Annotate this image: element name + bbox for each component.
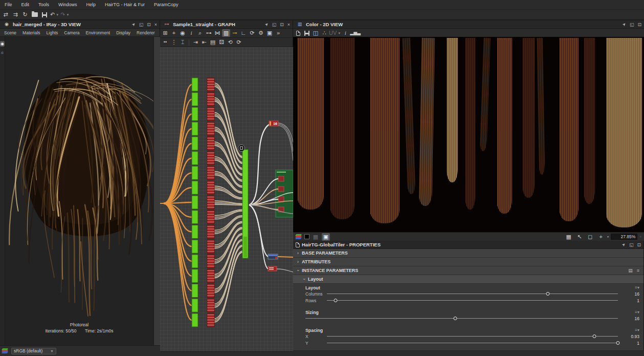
uv-select[interactable]: UV▼ bbox=[329, 29, 341, 37]
active-wire-icon[interactable]: ⊸ bbox=[231, 29, 239, 37]
pin-icon[interactable]: ➤ bbox=[621, 22, 627, 27]
menu-tools[interactable]: Tools bbox=[34, 2, 54, 7]
atlas-node-pair[interactable] bbox=[192, 313, 214, 327]
slider-knob[interactable] bbox=[454, 317, 457, 320]
dot-column-icon[interactable]: ⋮ bbox=[170, 38, 178, 46]
menu-edit[interactable]: Edit bbox=[17, 2, 34, 7]
link-resources-icon[interactable]: ⇉ bbox=[11, 11, 19, 18]
slider-value[interactable]: 0.93 bbox=[624, 334, 639, 339]
canvas-2d[interactable] bbox=[293, 37, 644, 232]
float-icon[interactable]: ◱ bbox=[272, 22, 277, 27]
thumbnail-icon[interactable]: ▣ bbox=[265, 29, 274, 37]
colorspace-select[interactable]: sRGB (default) ▼ bbox=[11, 348, 56, 354]
preset-menu-icon[interactable]: ≡▾ bbox=[635, 285, 639, 290]
float-icon[interactable]: ◱ bbox=[139, 22, 144, 27]
preset-menu-icon[interactable]: ≡▾ bbox=[635, 328, 639, 332]
preset-icon[interactable]: ▤ bbox=[628, 268, 633, 273]
clipboard-icon[interactable]: ▤ bbox=[209, 38, 217, 46]
zoom-level-field[interactable]: 27.85% bbox=[611, 234, 637, 240]
pan-icon[interactable]: + bbox=[597, 233, 605, 241]
undo-icon[interactable]: ↶▼ bbox=[50, 11, 59, 18]
atlas-node-pair[interactable] bbox=[192, 181, 214, 194]
atlas-node-pair[interactable] bbox=[192, 299, 214, 312]
update-resources-icon[interactable]: ↻ bbox=[21, 11, 29, 18]
open-file-icon[interactable] bbox=[31, 11, 39, 18]
image-view-icon[interactable]: ▣ bbox=[322, 233, 330, 241]
output-node[interactable] bbox=[268, 266, 277, 271]
tab-renderer[interactable]: Renderer bbox=[134, 30, 158, 35]
grid-icon[interactable]: ▦ bbox=[565, 233, 573, 241]
atlas-node-pair[interactable] bbox=[192, 93, 214, 106]
random-seed-icon[interactable]: ⚄ bbox=[217, 38, 226, 46]
save-file-icon[interactable] bbox=[40, 11, 49, 18]
uniform-color-node[interactable] bbox=[268, 254, 278, 259]
light-icon[interactable]: ☼ bbox=[0, 50, 5, 55]
atlas-node-pair[interactable] bbox=[192, 240, 214, 253]
maximize-icon[interactable]: ⊡ bbox=[637, 242, 641, 247]
atlas-node-pair[interactable] bbox=[192, 108, 214, 121]
tile-grid-icon[interactable]: ▦ bbox=[312, 233, 320, 241]
snap-grid-icon[interactable]: ⌶ bbox=[179, 38, 187, 46]
section-instance-parameters[interactable]: ›INSTANCE PARAMETERS▤≡ bbox=[293, 266, 643, 275]
menu-icon[interactable]: ≡ bbox=[637, 268, 639, 273]
atlas-node-pair[interactable] bbox=[192, 122, 214, 135]
float-icon[interactable]: ◱ bbox=[630, 22, 634, 27]
copy-image-icon[interactable]: ◫ bbox=[312, 29, 320, 37]
value-node-16[interactable]: 16 bbox=[269, 121, 278, 126]
engine-switch-icon[interactable]: ⇄ bbox=[2, 11, 10, 18]
camera-icon[interactable]: ◉ bbox=[0, 41, 5, 47]
panel-2d-header[interactable]: ▥ Color - 2D VIEW ➤◱⊡ bbox=[293, 20, 644, 29]
tab-environment[interactable]: Environment bbox=[83, 30, 114, 35]
menu-help[interactable]: Help bbox=[82, 2, 101, 7]
slider-track[interactable] bbox=[327, 290, 618, 297]
atlas-node-pair[interactable] bbox=[192, 196, 214, 209]
pointer-icon[interactable]: ↖ bbox=[575, 233, 584, 241]
float-icon[interactable]: ◱ bbox=[629, 242, 634, 247]
maximize-icon[interactable]: ⊡ bbox=[280, 22, 284, 27]
more-icon[interactable]: » bbox=[274, 29, 282, 37]
switch-frame-node[interactable] bbox=[276, 170, 293, 217]
slider-knob[interactable] bbox=[616, 341, 620, 345]
tab-materials[interactable]: Materials bbox=[19, 30, 43, 35]
tools-icon[interactable]: ⚙ bbox=[257, 29, 265, 37]
show-links-icon[interactable]: ⊶ bbox=[205, 29, 213, 37]
pin-icon[interactable]: ➤ bbox=[131, 22, 137, 27]
atlas-node-pair[interactable] bbox=[192, 211, 214, 224]
atlas-node-pair[interactable] bbox=[192, 284, 214, 298]
export-image-icon[interactable] bbox=[294, 29, 302, 37]
atlas-node-pair[interactable] bbox=[192, 166, 214, 180]
panel-3d-header[interactable]: ◉ hair_merged - IRay - 3D VIEW ➤◱⊡× bbox=[0, 20, 160, 29]
tab-camera[interactable]: Camera bbox=[61, 30, 82, 35]
zoom-dec-icon[interactable]: ● bbox=[607, 235, 609, 238]
export-output-icon[interactable]: ⇥ bbox=[191, 38, 199, 46]
screenshot-icon[interactable]: ◉ bbox=[179, 29, 187, 37]
atlas-node-pair[interactable] bbox=[192, 269, 214, 283]
node-outputs-icon[interactable]: ∴ bbox=[320, 29, 328, 37]
redo-icon[interactable]: ↷▼ bbox=[60, 11, 69, 18]
slider-track[interactable] bbox=[305, 315, 618, 322]
pin-icon[interactable]: ➤ bbox=[621, 242, 627, 247]
slider-value[interactable]: 1 bbox=[624, 298, 639, 303]
atlas-node-pair[interactable] bbox=[192, 152, 214, 165]
info-icon[interactable]: i bbox=[341, 29, 349, 37]
zoom-inc-icon[interactable]: ○ bbox=[639, 235, 641, 238]
panel-graph-header[interactable]: ⊶ Sample1_straight - GRAPH ➤◱⊡× bbox=[160, 20, 293, 29]
slider-knob[interactable] bbox=[334, 299, 338, 302]
panel-toggle-icon[interactable]: ▥ bbox=[222, 29, 230, 37]
menu-windows[interactable]: Windows bbox=[54, 2, 82, 7]
slider-track[interactable] bbox=[327, 333, 618, 340]
tab-lights[interactable]: Lights bbox=[43, 30, 61, 35]
atlas-node-pair[interactable] bbox=[192, 78, 214, 91]
subsection-layout[interactable]: ›Layout bbox=[293, 275, 643, 284]
slider-knob[interactable] bbox=[546, 292, 550, 296]
section-attributes[interactable]: ›ATTRIBUTES bbox=[293, 258, 643, 266]
menu-hairtg-hair-fur[interactable]: HairTG - Hair & Fur bbox=[100, 2, 149, 7]
menu-file[interactable]: File bbox=[0, 2, 17, 7]
close-icon[interactable]: × bbox=[154, 22, 157, 27]
maximize-icon[interactable]: ⊡ bbox=[637, 22, 641, 27]
slider-track[interactable] bbox=[327, 340, 618, 346]
frame-icon[interactable]: ◻ bbox=[586, 233, 594, 241]
viewport-3d[interactable]: Photoreal Iterations: 50/50 Time: 2s/1m0… bbox=[5, 37, 153, 345]
move-view-icon[interactable]: + bbox=[170, 29, 178, 37]
preset-menu-icon[interactable]: ≡▾ bbox=[635, 310, 639, 315]
